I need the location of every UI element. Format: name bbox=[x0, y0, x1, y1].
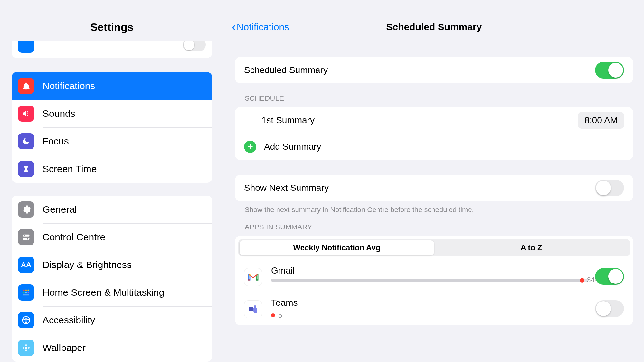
svg-point-17 bbox=[28, 347, 30, 349]
text-size-icon: AA bbox=[18, 257, 34, 273]
sidebar-item-label: Focus bbox=[43, 136, 69, 147]
svg-rect-6 bbox=[28, 290, 29, 291]
sidebar-item-screen-time[interactable]: Screen Time bbox=[12, 155, 212, 183]
schedule-1st-summary[interactable]: 1st Summary 8:00 AM bbox=[235, 107, 633, 134]
apps-in-summary-header: APPS IN SUMMARY bbox=[235, 214, 633, 236]
sidebar-item-partial[interactable] bbox=[12, 41, 212, 58]
sidebar-item-general[interactable]: General bbox=[12, 196, 212, 223]
svg-rect-1 bbox=[23, 238, 30, 240]
svg-rect-7 bbox=[23, 292, 25, 293]
notification-count: 5 bbox=[278, 311, 282, 320]
app-toggle-gmail[interactable] bbox=[595, 268, 624, 285]
sliders-icon bbox=[18, 229, 34, 245]
add-summary-row[interactable]: + Add Summary bbox=[235, 134, 633, 160]
flower-icon bbox=[18, 340, 34, 356]
show-next-footer: Show the next summary in Notification Ce… bbox=[235, 201, 633, 214]
schedule-header: SCHEDULE bbox=[235, 83, 633, 107]
sidebar-item-label: Accessibility bbox=[43, 315, 95, 326]
svg-point-15 bbox=[25, 349, 27, 351]
accessibility-icon bbox=[18, 312, 34, 328]
summary-label: 1st Summary bbox=[261, 115, 315, 125]
bar-end-dot-icon bbox=[580, 278, 584, 283]
svg-point-16 bbox=[23, 347, 24, 349]
sidebar-item-control-centre[interactable]: Control Centre bbox=[12, 223, 212, 251]
scheduled-summary-row: Scheduled Summary bbox=[235, 57, 633, 83]
sidebar-item-display-brightness[interactable]: AA Display & Brightness bbox=[12, 251, 212, 279]
svg-point-2 bbox=[24, 235, 25, 236]
sidebar-item-label: Control Centre bbox=[43, 232, 105, 243]
notification-bar: 344 bbox=[271, 279, 589, 282]
add-summary-label: Add Summary bbox=[264, 142, 321, 152]
mini-toggle[interactable] bbox=[183, 41, 206, 51]
sidebar-item-label: General bbox=[43, 204, 77, 215]
back-button[interactable]: ‹ Notifications bbox=[232, 21, 289, 33]
sidebar-item-wallpaper[interactable]: Wallpaper bbox=[12, 334, 212, 362]
segmented-a-to-z[interactable]: A to Z bbox=[434, 240, 629, 255]
bell-icon bbox=[18, 78, 34, 94]
svg-point-3 bbox=[27, 238, 28, 240]
teams-icon: T bbox=[244, 300, 262, 318]
sidebar-item-label: Display & Brightness bbox=[43, 259, 132, 270]
show-next-summary-row: Show Next Summary bbox=[235, 175, 633, 201]
plus-icon: + bbox=[244, 141, 256, 153]
summary-time[interactable]: 8:00 AM bbox=[578, 112, 624, 129]
app-row-gmail: Gmail 344 bbox=[235, 260, 633, 292]
svg-rect-10 bbox=[23, 294, 29, 296]
svg-rect-0 bbox=[23, 235, 30, 237]
svg-point-14 bbox=[25, 344, 27, 346]
toggle-icon bbox=[18, 41, 34, 53]
segmented-weekly-avg[interactable]: Weekly Notification Avg bbox=[240, 240, 434, 255]
svg-rect-5 bbox=[25, 290, 27, 291]
sidebar-item-sounds[interactable]: Sounds bbox=[12, 100, 212, 127]
detail-pane: ‹ Notifications Scheduled Summary Schedu… bbox=[224, 0, 644, 362]
red-dot-icon bbox=[271, 313, 275, 317]
svg-text:T: T bbox=[250, 307, 252, 311]
sidebar-item-label: Screen Time bbox=[43, 163, 97, 174]
show-next-summary-label: Show Next Summary bbox=[244, 183, 329, 193]
sidebar-item-label: Wallpaper bbox=[43, 342, 86, 353]
svg-point-20 bbox=[254, 305, 256, 308]
settings-sidebar: Settings Notifications Sounds bbox=[0, 0, 224, 362]
sidebar-item-home-screen[interactable]: Home Screen & Multitasking bbox=[12, 279, 212, 306]
sidebar-item-label: Home Screen & Multitasking bbox=[43, 287, 165, 298]
chevron-left-icon: ‹ bbox=[232, 21, 236, 33]
sidebar-item-accessibility[interactable]: Accessibility bbox=[12, 306, 212, 334]
svg-point-12 bbox=[25, 318, 27, 319]
svg-rect-4 bbox=[23, 290, 25, 291]
sidebar-item-notifications[interactable]: Notifications bbox=[12, 72, 212, 100]
back-label: Notifications bbox=[237, 22, 289, 32]
settings-title: Settings bbox=[0, 21, 224, 33]
scheduled-summary-label: Scheduled Summary bbox=[244, 65, 328, 75]
grid-icon bbox=[18, 284, 34, 301]
app-row-teams: T Teams 5 bbox=[235, 292, 633, 325]
svg-rect-8 bbox=[25, 292, 27, 293]
scheduled-summary-toggle[interactable] bbox=[595, 62, 624, 79]
notification-count-line: 5 bbox=[271, 311, 589, 320]
hourglass-icon bbox=[18, 161, 34, 177]
sidebar-item-label: Notifications bbox=[43, 80, 95, 91]
speaker-icon bbox=[18, 106, 34, 122]
apps-sort-segmented[interactable]: Weekly Notification Avg A to Z bbox=[238, 239, 630, 256]
sidebar-item-label: Sounds bbox=[43, 108, 75, 119]
app-name: Gmail bbox=[271, 265, 589, 276]
moon-icon bbox=[18, 133, 34, 149]
show-next-summary-toggle[interactable] bbox=[595, 180, 624, 196]
svg-rect-9 bbox=[28, 292, 29, 293]
sidebar-item-focus[interactable]: Focus bbox=[12, 127, 212, 155]
app-toggle-teams[interactable] bbox=[595, 300, 624, 317]
app-name: Teams bbox=[271, 298, 589, 308]
svg-point-13 bbox=[25, 347, 27, 349]
gear-icon bbox=[18, 201, 34, 218]
gmail-icon bbox=[244, 268, 262, 286]
